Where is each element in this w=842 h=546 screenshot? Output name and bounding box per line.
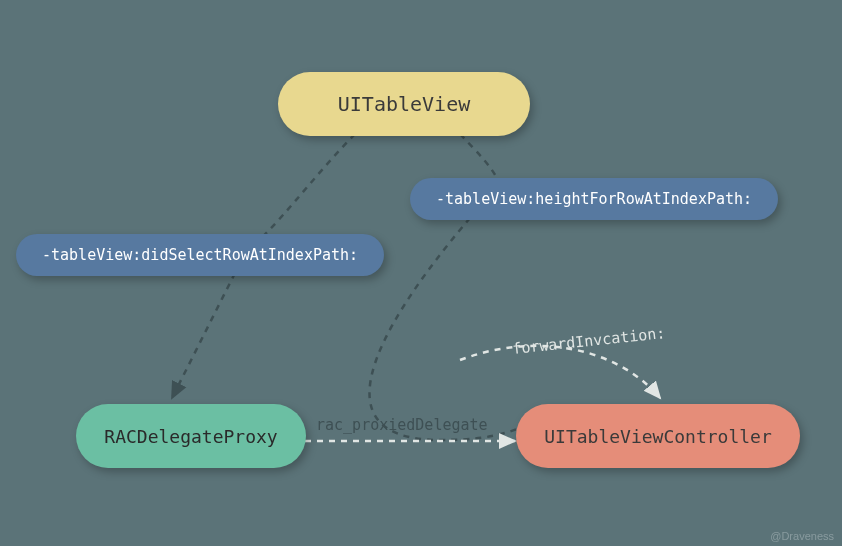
node-height-method-label: -tableView:heightForRowAtIndexPath: <box>436 190 752 208</box>
edge-height-forward-controller <box>369 218 560 440</box>
edge-label-rac-proxied: rac_proxiedDelegate <box>316 416 488 434</box>
node-uitableviewcontroller-label: UITableViewController <box>544 426 772 447</box>
node-rac-delegate-proxy: RACDelegateProxy <box>76 404 306 468</box>
edge-select-proxy-tail <box>172 273 235 398</box>
node-height-method: -tableView:heightForRowAtIndexPath: <box>410 178 778 220</box>
node-uitableview-label: UITableView <box>338 92 470 116</box>
edge-tableview-height <box>460 134 498 180</box>
edge-forward-arc <box>460 346 660 398</box>
node-rac-delegate-proxy-label: RACDelegateProxy <box>104 426 277 447</box>
edge-label-forward-invocation: forwardInvcation: <box>511 324 666 358</box>
node-uitableviewcontroller: UITableViewController <box>516 404 800 468</box>
node-select-method: -tableView:didSelectRowAtIndexPath: <box>16 234 384 276</box>
node-select-method-label: -tableView:didSelectRowAtIndexPath: <box>42 246 358 264</box>
node-uitableview: UITableView <box>278 72 530 136</box>
attribution: @Draveness <box>770 530 834 542</box>
